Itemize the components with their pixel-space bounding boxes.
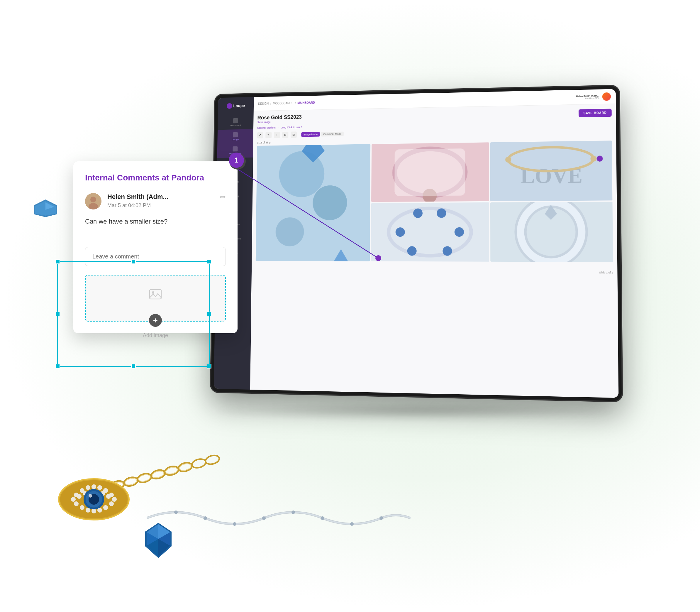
comment-date: Mar 5 at 04:02 PM [107, 203, 226, 209]
board-subtitle: Save Image [257, 120, 301, 124]
topbar-right: Helen Smith (Adm... Pro Menu 87% [576, 92, 611, 101]
avatar [85, 193, 101, 209]
board-content: Rose Gold SS2023 Save Image SAVE BOARD C… [250, 104, 618, 398]
svg-rect-17 [395, 149, 465, 196]
image-upload-area[interactable]: + Add image [85, 275, 226, 322]
moodboard-cell-3: LOVE [490, 140, 613, 201]
add-image-button[interactable]: + [149, 314, 162, 327]
comment-panel: × 1 Internal Comments at Pandora Helen S… [73, 161, 238, 333]
board-title: Rose Gold SS2023 [257, 114, 302, 121]
tool-3[interactable]: + [274, 132, 280, 138]
moodboard-cell-4 [371, 203, 489, 262]
moodboard-cell-2 [371, 142, 489, 202]
design-icon [233, 132, 238, 138]
tablet-shadow [208, 402, 622, 419]
svg-point-3 [90, 197, 96, 203]
app-logo: Loupe [227, 103, 245, 109]
save-board-button[interactable]: SAVE BOARD [578, 109, 612, 117]
sidebar-item-dashboard[interactable]: Dashboard [218, 115, 254, 130]
slide-counter: Slide 1 of 1 [255, 269, 613, 274]
panel-title: Internal Comments at Pandora [85, 173, 226, 182]
user-details: Helen Smith (Adm... Pro Menu 87% [576, 94, 599, 99]
comment-entry: Helen Smith (Adm... Mar 5 at 04:02 PM ✏ [85, 193, 226, 209]
logo-icon [227, 103, 232, 109]
svg-point-30 [407, 246, 417, 255]
divider [85, 238, 226, 238]
svg-point-46 [191, 458, 207, 469]
image-placeholder-icon [97, 287, 214, 305]
board-title-area: Rose Gold SS2023 Save Image [257, 114, 302, 124]
tool-1[interactable]: ↶ [257, 132, 263, 138]
moodboard-cell-5 [490, 201, 613, 262]
comment-body: Can we have a smaller size? [85, 217, 226, 226]
svg-point-47 [204, 454, 220, 465]
tablet-frame: Loupe Dashboard Design Moodboards [210, 85, 623, 402]
mode-toggle: Image Mode Comment Mode [301, 132, 344, 137]
image-mode-button[interactable]: Image Mode [301, 132, 320, 137]
edit-icon[interactable]: ✏ [220, 193, 226, 201]
tablet-screen: Loupe Dashboard Design Moodboards [214, 89, 618, 398]
svg-point-25 [396, 227, 405, 237]
comment-input[interactable] [85, 247, 226, 266]
user-name: Helen Smith (Adm... [107, 193, 226, 201]
moodboards-icon [232, 147, 238, 152]
tool-5[interactable]: ⊟ [291, 131, 297, 138]
tablet-device: Loupe Dashboard Design Moodboards [205, 88, 645, 411]
comment-mode-button[interactable]: Comment Mode [321, 132, 343, 137]
svg-point-28 [455, 227, 464, 237]
svg-point-26 [413, 209, 423, 218]
svg-point-29 [443, 246, 452, 255]
svg-point-6 [152, 291, 154, 294]
svg-point-27 [437, 208, 446, 218]
svg-text:LOVE: LOVE [520, 163, 583, 188]
dashboard-icon [233, 118, 238, 124]
user-avatar [602, 92, 611, 101]
tool-4[interactable]: ⊞ [282, 132, 288, 138]
tool-2[interactable]: ↷ [266, 132, 272, 138]
user-info: Helen Smith (Adm... Mar 5 at 04:02 PM [107, 193, 226, 209]
add-image-label: Add image [143, 332, 168, 338]
annotation-badge: 1 [229, 153, 244, 168]
breadcrumb: DESIGN / MOODBOARDS / MAINBOARD [258, 101, 315, 105]
sidebar-item-design[interactable]: Design [217, 129, 253, 144]
moodboard-grid: LOVE [255, 140, 613, 270]
svg-rect-5 [149, 290, 161, 299]
app-main: DESIGN / MOODBOARDS / MAINBOARD Helen Sm… [250, 89, 618, 398]
app-layout: Loupe Dashboard Design Moodboards [214, 89, 618, 398]
moodboard-cell-1 [256, 144, 370, 261]
annotation-point [597, 155, 603, 162]
